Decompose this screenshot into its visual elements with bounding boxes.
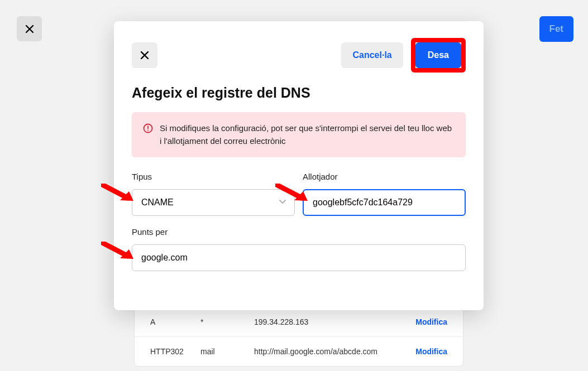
record-host: mail — [200, 347, 254, 356]
save-button-highlight: Desa — [411, 38, 466, 73]
warning-icon — [143, 123, 153, 133]
modal-close-button[interactable] — [132, 42, 157, 68]
annotation-arrow — [101, 242, 136, 258]
type-label: Tipus — [132, 172, 295, 181]
annotation-arrow — [101, 184, 136, 200]
modal-header: Cancel·la Desa — [132, 38, 466, 73]
annotation-arrow — [275, 184, 310, 200]
cancel-button[interactable]: Cancel·la — [341, 42, 403, 68]
warning-banner: Si modifiques la configuració, pot ser q… — [132, 112, 466, 157]
type-select[interactable] — [132, 189, 295, 216]
record-value: 199.34.228.163 — [254, 317, 403, 326]
svg-rect-2 — [147, 130, 149, 131]
modify-link[interactable]: Modifica — [415, 317, 447, 326]
points-field-group: Punts per — [132, 227, 466, 271]
type-field-group: Tipus — [132, 172, 295, 216]
warning-text: Si modifiques la configuració, pot ser q… — [160, 123, 452, 146]
host-field-group: Allotjador — [303, 172, 466, 216]
record-type: HTTP302 — [150, 347, 200, 356]
modal-title: Afegeix el registre del DNS — [132, 85, 466, 101]
record-value: http://mail.google.com/a/abcde.com — [254, 347, 403, 356]
table-row: A * 199.34.228.163 Modifica — [135, 307, 463, 337]
record-type: A — [150, 317, 200, 326]
host-input[interactable] — [303, 189, 466, 216]
record-host: * — [200, 317, 254, 326]
host-label: Allotjador — [303, 172, 466, 181]
page-close-button[interactable] — [17, 16, 42, 41]
svg-rect-1 — [147, 126, 149, 129]
modify-link[interactable]: Modifica — [415, 347, 447, 356]
points-input[interactable] — [132, 244, 466, 271]
close-icon — [140, 50, 150, 60]
table-row: HTTP302 mail http://mail.google.com/a/ab… — [135, 337, 463, 366]
done-button[interactable]: Fet — [539, 16, 574, 42]
close-icon — [25, 24, 35, 34]
add-dns-record-modal: Cancel·la Desa Afegeix el registre del D… — [114, 21, 484, 310]
save-button[interactable]: Desa — [415, 42, 461, 68]
points-label: Punts per — [132, 227, 466, 237]
